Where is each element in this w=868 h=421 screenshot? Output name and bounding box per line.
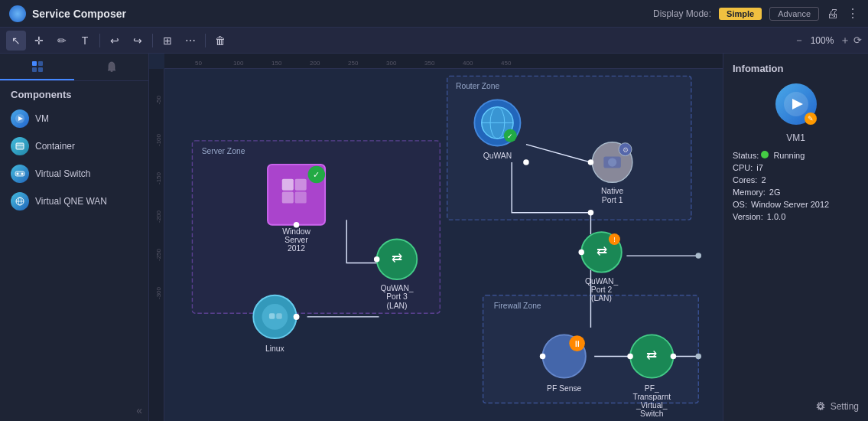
container-icon — [11, 137, 29, 155]
svg-rect-7 — [16, 143, 24, 149]
conn-dot — [523, 159, 529, 165]
move-tool[interactable]: ✛ — [29, 31, 49, 51]
components-label: Components — [0, 81, 148, 105]
svg-rect-0 — [32, 61, 37, 66]
vm-icon — [11, 109, 29, 128]
vm-name: VM1 — [733, 132, 859, 143]
grid-tool[interactable]: ⊞ — [158, 31, 177, 51]
svg-rect-48 — [295, 179, 307, 191]
conn-dot — [671, 354, 677, 360]
toolbar: ↖ ✛ ✏ T ↩ ↪ ⊞ ⋯ 🗑 － 100% ＋ ⟳ — [0, 28, 868, 54]
select-tool[interactable]: ↖ — [6, 31, 26, 51]
svg-text:QuWAN: QuWAN — [483, 152, 512, 160]
undo-tool[interactable]: ↩ — [105, 31, 125, 51]
redo-tool[interactable]: ↪ — [128, 31, 148, 51]
conn-dot — [696, 354, 702, 360]
svg-text:⇄: ⇄ — [392, 251, 402, 266]
svg-text:PF Sense: PF Sense — [547, 384, 582, 393]
sep1 — [99, 34, 100, 47]
svg-rect-60 — [276, 313, 282, 319]
main: Components VM Container Virtual Switch V… — [0, 54, 868, 421]
header-left: Service Composer — [9, 5, 126, 22]
sidebar-tab-bell[interactable] — [74, 54, 148, 80]
status-dot — [761, 151, 769, 158]
info-memory: Memory: 2G — [733, 188, 859, 197]
sidebar-item-vswitch[interactable]: Virtual Switch — [0, 160, 148, 188]
conn-dot — [588, 210, 594, 216]
ruler-mark: 300 — [386, 60, 396, 67]
text-tool[interactable]: T — [75, 31, 95, 51]
svg-text:⇄: ⇄ — [597, 244, 607, 259]
ruler-mark: 50 — [195, 60, 202, 67]
draw-tool[interactable]: ✏ — [52, 31, 72, 51]
conn-dot — [294, 314, 300, 320]
quwan-port2-node[interactable]: ⇄ ! QuWAN_ Port 2 (LAN) — [581, 232, 622, 302]
dotgrid-tool[interactable]: ⋯ — [180, 31, 200, 51]
delete-tool[interactable]: 🗑 — [210, 31, 230, 51]
info-status: Status: Running — [733, 151, 859, 160]
svg-text:Port 2: Port 2 — [591, 286, 613, 294]
svg-rect-47 — [282, 179, 294, 191]
more-icon[interactable]: ⋮ — [847, 6, 859, 21]
svg-text:QuWAN_: QuWAN_ — [380, 284, 413, 292]
svg-text:(LAN): (LAN) — [591, 294, 612, 302]
ruler-vertical: -50 -100 -150 -200 -250 -300 — [149, 69, 164, 421]
zoom-fit-button[interactable]: ⟳ — [853, 34, 862, 46]
sep2 — [152, 34, 153, 47]
svg-point-10 — [17, 173, 19, 175]
info-cores: Cores: 2 — [733, 175, 859, 184]
vm-avatar: ✎ — [775, 83, 817, 125]
svg-point-27 — [608, 158, 616, 166]
ruler-horizontal: 50 100 150 200 250 300 350 400 450 — [164, 54, 723, 69]
print-icon[interactable]: 🖨 — [827, 7, 839, 21]
vqnewan-icon — [11, 192, 29, 210]
linux-node[interactable]: Linux — [253, 295, 296, 353]
svg-text:Transparnt: Transparnt — [633, 393, 671, 401]
sidebar-item-vqnewan[interactable]: Virtual QNE WAN — [0, 188, 148, 215]
zoom-section: － 100% ＋ ⟳ — [794, 34, 862, 47]
svg-point-11 — [21, 173, 24, 175]
ruler-mark: 450 — [501, 60, 511, 67]
sidebar-item-container[interactable]: Container — [0, 132, 148, 160]
sep3 — [205, 34, 206, 47]
conn-dot — [374, 256, 380, 263]
svg-text:⏸: ⏸ — [573, 339, 581, 348]
sidebar-collapse-button[interactable]: « — [0, 400, 148, 421]
diagram[interactable]: .zone-rect { fill: rgba(40,55,90,0.35); … — [164, 69, 723, 421]
pf-sense-node[interactable]: ⏸ PF Sense — [543, 335, 586, 392]
app-title: Service Composer — [32, 8, 126, 20]
svg-text:2012: 2012 — [288, 244, 305, 253]
ruler-mark: -50 — [155, 96, 162, 105]
sidebar-tabs — [0, 54, 148, 81]
vm-avatar-container: ✎ — [775, 83, 817, 129]
svg-rect-50 — [295, 192, 307, 204]
vqnewan-label: Virtual QNE WAN — [35, 196, 107, 207]
ruler-mark: 400 — [463, 60, 473, 67]
advance-mode-button[interactable]: Advance — [769, 7, 819, 21]
svg-rect-1 — [38, 61, 43, 66]
svg-text:_Virtual_: _Virtual_ — [636, 401, 668, 410]
ruler-mark: 250 — [348, 60, 358, 67]
info-os: OS: Window Server 2012 — [733, 200, 859, 209]
svg-text:✓: ✓ — [313, 170, 320, 179]
conn-dot — [294, 222, 300, 228]
info-cpu: CPU: i7 — [733, 163, 859, 172]
svg-text:⚙: ⚙ — [623, 146, 629, 154]
vswitch-label: Virtual Switch — [35, 168, 90, 179]
svg-text:⇄: ⇄ — [646, 348, 657, 363]
svg-text:Port 1: Port 1 — [602, 196, 623, 204]
vm-label: VM — [35, 113, 49, 124]
simple-mode-button[interactable]: Simple — [719, 8, 762, 20]
canvas-area[interactable]: 50 100 150 200 250 300 350 400 450 -50 -… — [149, 54, 723, 421]
info-panel-title: Infomation — [733, 63, 859, 74]
svg-rect-2 — [32, 67, 37, 72]
sidebar-item-vm[interactable]: VM — [0, 105, 148, 132]
sidebar-tab-components[interactable] — [0, 54, 74, 80]
svg-text:QuWAN_: QuWAN_ — [585, 277, 618, 286]
svg-text:Linux: Linux — [265, 344, 284, 353]
zoom-in-button[interactable]: ＋ — [840, 34, 850, 47]
setting-button[interactable]: Setting — [733, 395, 859, 412]
svg-text:Port 3: Port 3 — [386, 292, 408, 301]
zoom-out-button[interactable]: － — [794, 34, 805, 47]
vm-edit-badge: ✎ — [805, 113, 817, 125]
